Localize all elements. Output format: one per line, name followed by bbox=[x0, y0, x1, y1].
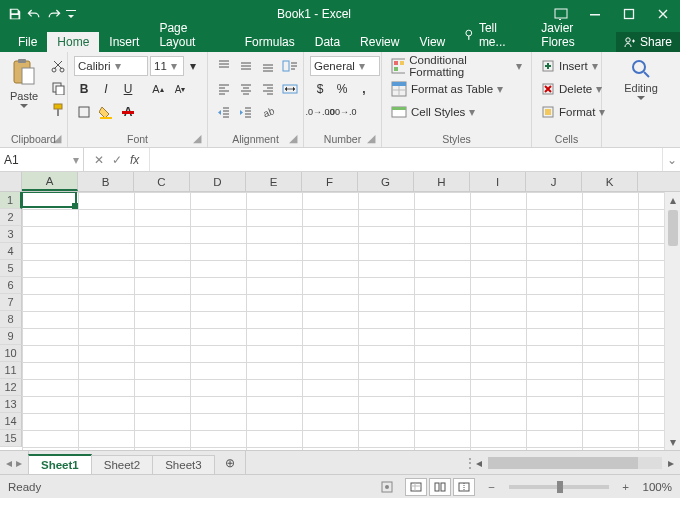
vertical-scrollbar[interactable]: ▴ ▾ bbox=[664, 192, 680, 450]
font-name-combo[interactable]: Calibri▾ bbox=[74, 56, 148, 76]
row-header[interactable]: 5 bbox=[0, 260, 22, 277]
align-middle-icon[interactable] bbox=[236, 56, 256, 76]
decrease-indent-icon[interactable] bbox=[214, 102, 234, 122]
number-format-combo[interactable]: General▾ bbox=[310, 56, 380, 76]
bold-button[interactable]: B bbox=[74, 79, 94, 99]
minimize-button[interactable] bbox=[578, 0, 612, 28]
qat-customize-icon[interactable] bbox=[66, 7, 76, 21]
row-header[interactable]: 11 bbox=[0, 362, 22, 379]
horizontal-scrollbar[interactable]: ◂ ▸ bbox=[470, 451, 680, 474]
cell-area[interactable] bbox=[22, 192, 680, 450]
sheet-tab[interactable]: Sheet3 bbox=[152, 455, 214, 474]
expand-formula-bar-icon[interactable]: ⌄ bbox=[662, 148, 680, 171]
clipboard-launcher-icon[interactable]: ◢ bbox=[53, 132, 61, 144]
active-cell[interactable] bbox=[21, 192, 77, 208]
scroll-left-icon[interactable]: ◂ bbox=[472, 456, 486, 470]
wrap-text-icon[interactable] bbox=[280, 56, 300, 76]
increase-font-icon[interactable]: A▴ bbox=[148, 79, 168, 99]
font-color-icon[interactable]: A bbox=[118, 102, 138, 122]
conditional-formatting-button[interactable]: Conditional Formatting▾ bbox=[388, 56, 525, 76]
cell-styles-button[interactable]: Cell Styles▾ bbox=[388, 102, 525, 122]
scroll-thumb[interactable] bbox=[668, 210, 678, 246]
row-header[interactable]: 7 bbox=[0, 294, 22, 311]
align-left-icon[interactable] bbox=[214, 79, 234, 99]
column-header[interactable]: K bbox=[582, 172, 638, 191]
comma-icon[interactable]: , bbox=[354, 79, 374, 99]
column-header[interactable]: I bbox=[470, 172, 526, 191]
scroll-down-icon[interactable]: ▾ bbox=[670, 434, 676, 450]
tab-data[interactable]: Data bbox=[305, 32, 350, 52]
italic-button[interactable]: I bbox=[96, 79, 116, 99]
align-bottom-icon[interactable] bbox=[258, 56, 278, 76]
currency-icon[interactable]: $ bbox=[310, 79, 330, 99]
format-as-table-button[interactable]: Format as Table▾ bbox=[388, 79, 525, 99]
orientation-icon[interactable]: ab bbox=[258, 102, 278, 122]
zoom-slider[interactable] bbox=[509, 485, 609, 489]
font-size-combo[interactable]: 11▾ bbox=[150, 56, 184, 76]
zoom-knob[interactable] bbox=[557, 481, 563, 493]
save-icon[interactable] bbox=[8, 7, 22, 21]
align-right-icon[interactable] bbox=[258, 79, 278, 99]
page-layout-view-icon[interactable] bbox=[429, 478, 451, 496]
column-header[interactable]: D bbox=[190, 172, 246, 191]
row-header[interactable]: 10 bbox=[0, 345, 22, 362]
row-header[interactable]: 15 bbox=[0, 430, 22, 447]
increase-indent-icon[interactable] bbox=[236, 102, 256, 122]
scroll-up-icon[interactable]: ▴ bbox=[670, 192, 676, 208]
column-header[interactable]: A bbox=[22, 172, 78, 191]
decrease-font-icon[interactable]: A▾ bbox=[170, 79, 190, 99]
column-header[interactable]: J bbox=[526, 172, 582, 191]
select-all-corner[interactable] bbox=[0, 172, 22, 191]
column-header[interactable]: C bbox=[134, 172, 190, 191]
macro-record-icon[interactable] bbox=[379, 479, 395, 495]
hscroll-thumb[interactable] bbox=[488, 457, 638, 469]
fill-handle[interactable] bbox=[72, 203, 78, 209]
cancel-formula-icon[interactable]: ✕ bbox=[94, 153, 104, 167]
row-header[interactable]: 8 bbox=[0, 311, 22, 328]
sheet-tab[interactable]: Sheet1 bbox=[28, 454, 92, 474]
percent-icon[interactable]: % bbox=[332, 79, 352, 99]
undo-icon[interactable] bbox=[26, 7, 42, 21]
paste-button[interactable]: Paste bbox=[6, 56, 42, 131]
normal-view-icon[interactable] bbox=[405, 478, 427, 496]
name-box[interactable]: A1▾ bbox=[0, 148, 84, 171]
tab-page-layout[interactable]: Page Layout bbox=[149, 18, 234, 52]
fx-icon[interactable]: fx bbox=[130, 153, 139, 167]
column-header[interactable]: H bbox=[414, 172, 470, 191]
format-painter-icon[interactable] bbox=[48, 100, 68, 120]
scroll-right-icon[interactable]: ▸ bbox=[664, 456, 678, 470]
chevron-down-icon[interactable]: ▾ bbox=[186, 56, 200, 76]
tab-file[interactable]: File bbox=[8, 32, 47, 52]
format-cells-button[interactable]: Format▾ bbox=[538, 102, 608, 122]
enter-formula-icon[interactable]: ✓ bbox=[112, 153, 122, 167]
redo-icon[interactable] bbox=[46, 7, 62, 21]
decrease-decimal-icon[interactable]: .00→.0 bbox=[332, 102, 352, 122]
zoom-out-button[interactable]: − bbox=[485, 481, 499, 493]
tab-home[interactable]: Home bbox=[47, 32, 99, 52]
tab-formulas[interactable]: Formulas bbox=[235, 32, 305, 52]
insert-cells-button[interactable]: Insert▾ bbox=[538, 56, 608, 76]
sheet-prev-icon[interactable]: ◂ bbox=[6, 456, 12, 470]
share-button[interactable]: Share bbox=[616, 32, 680, 52]
row-header[interactable]: 1 bbox=[0, 192, 22, 209]
formula-input[interactable] bbox=[150, 148, 662, 171]
maximize-button[interactable] bbox=[612, 0, 646, 28]
row-header[interactable]: 9 bbox=[0, 328, 22, 345]
underline-button[interactable]: U bbox=[118, 79, 138, 99]
merge-center-icon[interactable] bbox=[280, 79, 300, 99]
tell-me[interactable]: Tell me... bbox=[455, 18, 533, 52]
cut-icon[interactable] bbox=[48, 56, 68, 76]
sheet-next-icon[interactable]: ▸ bbox=[16, 456, 22, 470]
row-header[interactable]: 3 bbox=[0, 226, 22, 243]
number-launcher-icon[interactable]: ◢ bbox=[367, 132, 375, 144]
tab-view[interactable]: View bbox=[409, 32, 455, 52]
delete-cells-button[interactable]: Delete▾ bbox=[538, 79, 608, 99]
row-header[interactable]: 14 bbox=[0, 413, 22, 430]
tab-insert[interactable]: Insert bbox=[99, 32, 149, 52]
close-button[interactable] bbox=[646, 0, 680, 28]
column-header[interactable]: G bbox=[358, 172, 414, 191]
page-break-view-icon[interactable] bbox=[453, 478, 475, 496]
ribbon-options-icon[interactable] bbox=[544, 0, 578, 28]
fill-color-icon[interactable] bbox=[96, 102, 116, 122]
borders-icon[interactable] bbox=[74, 102, 94, 122]
